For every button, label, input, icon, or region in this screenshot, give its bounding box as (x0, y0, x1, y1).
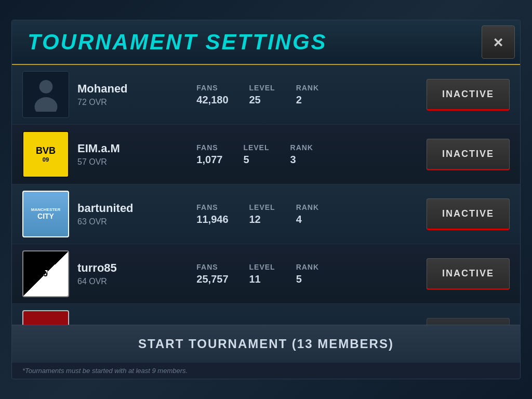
level-stat: LEVEL 11 (249, 263, 275, 285)
player-ovr: 63 OVR (77, 217, 188, 227)
footer-note: *Tournaments must be started with at lea… (12, 363, 520, 379)
player-info: turro85 64 OVR (77, 261, 188, 286)
fans-value: 42,180 (196, 94, 228, 106)
player-row: MANCHESTER CITY bartunited 63 OVR FANS 1… (12, 184, 520, 244)
fans-label: FANS (196, 263, 228, 271)
fans-label: FANS (196, 203, 228, 211)
player-avatar (22, 71, 69, 118)
level-stat: LEVEL 12 (249, 203, 275, 225)
rank-label: RANK (296, 84, 319, 92)
svg-point-1 (34, 97, 57, 112)
level-label: LEVEL (249, 203, 275, 211)
fans-value: 11,946 (196, 214, 228, 225)
modal-footer: START TOURNAMENT (13 Members) *Tournamen… (12, 325, 520, 379)
player-name: EIM.a.M (77, 142, 188, 155)
close-button[interactable]: × (482, 25, 515, 59)
modal-overlay: TOURNAMENT SETTINGS × Mohaned 72 OVR FAN… (0, 0, 532, 399)
player-name: bartunited (77, 202, 188, 215)
fans-stat: FANS 11,946 (196, 203, 228, 225)
player-row: MU Rihaan FANS LEVEL RANK INACTIVE (12, 304, 520, 325)
rank-label: RANK (296, 263, 319, 271)
level-label: LEVEL (249, 263, 275, 271)
player-stats: FANS 25,757 LEVEL 11 RANK 5 (196, 263, 418, 285)
player-info: EIM.a.M 57 OVR (77, 142, 188, 167)
inactive-button[interactable]: INACTIVE (427, 139, 510, 170)
rank-value: 5 (296, 273, 319, 285)
level-value: 11 (249, 273, 275, 285)
inactive-button[interactable]: INACTIVE (427, 198, 510, 230)
rank-value: 2 (296, 94, 319, 106)
fans-label: FANS (196, 143, 222, 152)
fans-value: 1,077 (196, 154, 222, 166)
level-value: 25 (249, 94, 275, 106)
fans-stat: FANS 1,077 (196, 143, 222, 166)
player-ovr: 64 OVR (77, 277, 188, 286)
inactive-button[interactable]: INACTIVE (427, 318, 510, 325)
modal-title: TOURNAMENT SETTINGS (28, 30, 489, 55)
level-value: 12 (249, 214, 275, 225)
player-row: Mohaned 72 OVR FANS 42,180 LEVEL 25 RANK… (12, 65, 520, 125)
rank-value: 3 (290, 154, 313, 166)
player-avatar: J (22, 250, 69, 297)
player-name: Mohaned (77, 82, 188, 96)
player-avatar: BVB 09 (22, 131, 69, 178)
player-ovr: 57 OVR (77, 157, 188, 167)
fans-value: 25,757 (196, 273, 228, 285)
rank-stat: RANK 3 (290, 143, 313, 166)
rank-label: RANK (296, 203, 319, 211)
fans-stat: FANS 25,757 (196, 263, 228, 285)
inactive-button[interactable]: INACTIVE (427, 258, 510, 290)
rank-stat: RANK 4 (296, 203, 319, 225)
fans-stat: FANS 42,180 (196, 84, 228, 106)
player-avatar: MANCHESTER CITY (22, 191, 69, 237)
modal-header: TOURNAMENT SETTINGS × (12, 20, 520, 65)
level-stat: LEVEL 25 (249, 84, 275, 106)
player-row: J turro85 64 OVR FANS 25,757 LEVEL 11 RA… (12, 244, 520, 304)
start-tournament-button[interactable]: START TOURNAMENT (13 Members) (12, 325, 520, 363)
level-stat: LEVEL 5 (243, 143, 269, 166)
player-ovr: 72 OVR (77, 98, 188, 107)
inactive-button[interactable]: INACTIVE (427, 79, 510, 111)
rank-stat: RANK 2 (296, 84, 319, 106)
fans-label: FANS (196, 84, 228, 92)
level-value: 5 (243, 154, 269, 166)
rank-label: RANK (290, 143, 313, 152)
player-stats: FANS 11,946 LEVEL 12 RANK 4 (196, 203, 418, 225)
rank-stat: RANK 5 (296, 263, 319, 285)
player-stats: FANS 42,180 LEVEL 25 RANK 2 (196, 84, 418, 106)
player-row: BVB 09 EIM.a.M 57 OVR FANS 1,077 LEVEL 5… (12, 125, 520, 184)
rank-value: 4 (296, 214, 319, 225)
player-info: Mohaned 72 OVR (77, 82, 188, 107)
player-name: turro85 (77, 261, 188, 275)
players-list: Mohaned 72 OVR FANS 42,180 LEVEL 25 RANK… (12, 65, 520, 325)
level-label: LEVEL (243, 143, 269, 152)
svg-point-0 (39, 80, 52, 94)
tournament-settings-modal: TOURNAMENT SETTINGS × Mohaned 72 OVR FAN… (11, 20, 521, 379)
player-info: bartunited 63 OVR (77, 202, 188, 227)
player-avatar: MU (22, 310, 69, 325)
player-stats: FANS 1,077 LEVEL 5 RANK 3 (196, 143, 418, 166)
level-label: LEVEL (249, 84, 275, 92)
